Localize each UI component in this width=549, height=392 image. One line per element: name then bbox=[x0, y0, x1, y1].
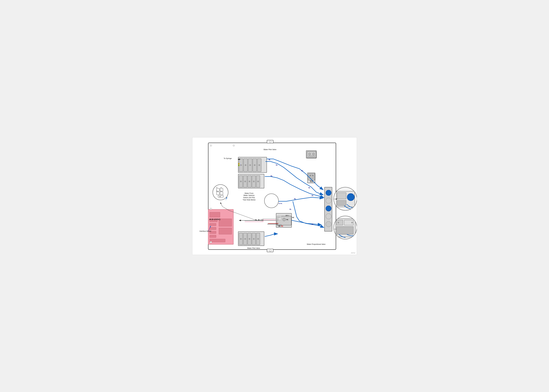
board-chip-9 bbox=[219, 228, 232, 234]
svg-point-55 bbox=[310, 175, 311, 176]
top-bracket bbox=[267, 140, 273, 143]
screw-top-left bbox=[210, 145, 212, 147]
top-right-component bbox=[306, 150, 317, 158]
board-chip-1 bbox=[210, 212, 220, 217]
board-chip-4 bbox=[210, 227, 216, 230]
board-chip-6 bbox=[210, 235, 216, 238]
top-bracket-hole bbox=[269, 141, 271, 143]
svg-point-21 bbox=[259, 164, 260, 166]
svg-text:GR: GR bbox=[220, 187, 222, 188]
board-chip-7 bbox=[210, 239, 225, 242]
proportional-valve: DRIVE # GY PK NC bbox=[276, 213, 292, 228]
svg-point-17 bbox=[240, 164, 242, 166]
svg-rect-60 bbox=[308, 156, 315, 157]
svg-point-20 bbox=[254, 164, 255, 166]
zoom-circle-top bbox=[333, 187, 357, 210]
interface-board-label: Interface Board bbox=[200, 230, 211, 232]
water-pilot-valve-top-label: Water Pilot Valve bbox=[264, 148, 276, 151]
page-container: BK GR RD PK J6 bbox=[192, 137, 357, 255]
svg-rect-2 bbox=[217, 192, 219, 195]
svg-text:PK: PK bbox=[277, 219, 279, 220]
svg-text:NC: NC bbox=[288, 215, 289, 216]
water-selector-label: Water FromWater SelectorSwitch (30 PSI)*… bbox=[243, 192, 255, 201]
svg-point-27 bbox=[240, 181, 241, 182]
svg-point-41 bbox=[257, 238, 259, 239]
svg-rect-54 bbox=[312, 180, 313, 182]
bottom-bracket bbox=[267, 249, 273, 252]
water-selector-circle bbox=[264, 194, 279, 208]
svg-text:GY: GY bbox=[277, 218, 279, 219]
svg-rect-49 bbox=[280, 224, 282, 226]
svg-rect-15 bbox=[238, 163, 239, 164]
screw-bottom-left bbox=[210, 241, 212, 243]
svg-rect-16 bbox=[238, 165, 239, 166]
j6-connector-circle: BK GR RD PK J6 bbox=[213, 184, 228, 200]
svg-point-37 bbox=[240, 238, 241, 239]
svg-text:DRIVE #: DRIVE # bbox=[277, 217, 281, 218]
svg-point-70 bbox=[352, 222, 353, 223]
svg-point-19 bbox=[249, 164, 251, 166]
valve-gray-3 bbox=[326, 221, 331, 227]
svg-point-31 bbox=[257, 181, 259, 182]
svg-point-59 bbox=[312, 153, 315, 155]
svg-rect-64 bbox=[337, 200, 346, 206]
water-proportional-valve-label: Water Proportional Valve bbox=[307, 243, 325, 245]
svg-text:RD: RD bbox=[216, 191, 218, 192]
middle-valve-assembly bbox=[238, 174, 264, 188]
svg-text:PK: PK bbox=[220, 191, 222, 192]
valve-blue-2 bbox=[326, 206, 331, 211]
svg-rect-53 bbox=[310, 180, 311, 182]
screw-mid-left bbox=[210, 208, 212, 210]
screw-top-right bbox=[233, 145, 235, 147]
diagram-area: BK GR RD PK J6 bbox=[192, 137, 357, 255]
water-pilot-valve-bottom-label: Water Pilot Valve bbox=[247, 247, 260, 249]
interface-board bbox=[208, 209, 233, 245]
solenoid-top-right bbox=[307, 173, 315, 183]
svg-point-28 bbox=[245, 181, 246, 182]
svg-marker-43 bbox=[283, 218, 285, 221]
board-chip-8 bbox=[219, 219, 232, 226]
to-j6-label: To J6 bbox=[255, 219, 263, 221]
svg-point-69 bbox=[338, 222, 339, 223]
bottom-valve-assembly bbox=[238, 231, 264, 246]
svg-text:BK: BK bbox=[216, 187, 218, 188]
svg-point-56 bbox=[312, 175, 313, 176]
svg-point-38 bbox=[245, 238, 246, 239]
svg-rect-48 bbox=[277, 224, 279, 226]
svg-point-18 bbox=[245, 164, 246, 166]
to-syringe-label: To Syringe bbox=[224, 157, 232, 160]
board-chip-3 bbox=[210, 223, 216, 226]
bottom-bracket-hole bbox=[269, 250, 271, 252]
valve-gray-2 bbox=[326, 213, 331, 219]
svg-point-62 bbox=[347, 193, 354, 201]
svg-text:J6: J6 bbox=[219, 196, 221, 197]
valve-gray-1 bbox=[326, 198, 331, 203]
svg-rect-63 bbox=[337, 193, 346, 199]
svg-point-40 bbox=[253, 238, 254, 239]
svg-point-29 bbox=[249, 181, 250, 182]
top-valve-assembly bbox=[238, 157, 267, 173]
valve-panel bbox=[324, 187, 332, 231]
watermark: ArtFull bbox=[351, 252, 355, 254]
svg-rect-68 bbox=[336, 226, 353, 234]
valve-blue-1 bbox=[326, 190, 331, 196]
svg-point-30 bbox=[253, 181, 254, 182]
zoom-circle-bottom bbox=[333, 216, 357, 239]
svg-point-58 bbox=[309, 153, 311, 155]
svg-rect-3 bbox=[220, 192, 223, 195]
svg-point-39 bbox=[249, 238, 250, 239]
svg-rect-66 bbox=[336, 220, 343, 225]
svg-rect-4 bbox=[218, 196, 223, 197]
j6-voltage-label: J6 (0-12VDC) bbox=[209, 218, 220, 221]
